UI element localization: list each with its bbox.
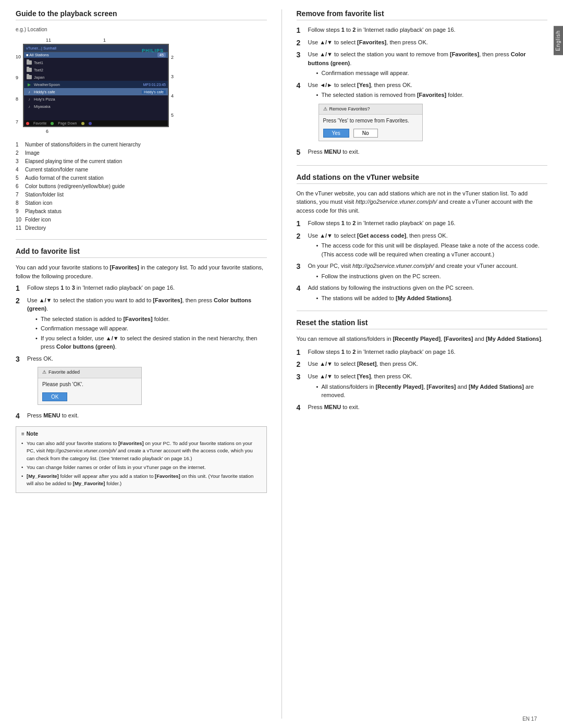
screen-rows: Tset1 Tset2 Japan [24, 58, 168, 111]
reset-title: Reset the station list [297, 318, 548, 329]
warning-icon: ⚠ [42, 369, 46, 376]
dialog-title-text: Favorite added [48, 369, 80, 376]
legend-item-8: 8Station icon [16, 200, 267, 207]
bullet-2-2: Confirmation message will appear. [35, 324, 267, 333]
vtuner-step-2: 2 Use ▲/▼ to select [Get access code], t… [297, 231, 548, 260]
reset-steps: 1 Follow steps 1 to 2 in 'Internet radio… [297, 348, 548, 413]
remove-dialog-body: Press 'Yes' to remove from Favorites. [319, 115, 422, 127]
note-header: ≡ Note [21, 430, 261, 438]
vtuner-label: vTuner...| Sunhall [26, 46, 56, 51]
row-japan: Japan [24, 73, 168, 81]
note-list: You can also add your favorite stations … [21, 440, 261, 488]
legend-item-10: 10Folder icon [16, 216, 267, 224]
remove-bullet-3-1: Confirmation message will appear. [316, 69, 548, 78]
vtuner-step-1: 1 Follow steps 1 to 2 in 'Internet radio… [297, 219, 548, 229]
row-miyasaka: ♪ Miyasaka [24, 103, 168, 110]
dialog-body: Please push 'OK'. [38, 378, 141, 390]
green-dot [51, 122, 54, 125]
row-miyasaka-label: Miyasaka [34, 104, 51, 109]
remove-dialog-title: ⚠ Remove Favorites? [319, 104, 422, 115]
all-stations-label: ■ All Stations [26, 53, 49, 57]
favorite-added-dialog: ⚠ Favorite added Please push 'OK'. OK [38, 367, 142, 405]
screen-diagram: 11 1 10 9 8 7 PHILIPS [16, 38, 193, 134]
callout-6: 6 [46, 129, 48, 134]
reset-step-2: 2 Use ▲/▼ to select [Reset], then press … [297, 360, 548, 370]
divider-r1 [297, 165, 548, 166]
legend-item-9: 9Playback status [16, 208, 267, 215]
row-hiddys-np: Hiddy's cafe [142, 90, 166, 94]
callout-7: 7 [16, 119, 21, 125]
yellow-dot [81, 122, 84, 125]
callout-5: 5 [171, 113, 174, 118]
remove-step-1: 1 Follow steps 1 to 2 in 'Internet radio… [297, 26, 548, 36]
remove-step-2: 2 Use ▲/▼ to select [Favorites], then pr… [297, 38, 548, 48]
row-japan-label: Japan [34, 75, 44, 80]
remove-bullet-4-1: The selected station is removed from [Fa… [316, 91, 548, 100]
callout-11: 11 [46, 38, 51, 43]
dialog-buttons: OK [38, 390, 141, 404]
vtuner-bullet-3-1: Follow the instructions given on the PC … [316, 272, 548, 281]
section2-title: Add to favorite list [16, 247, 267, 258]
reset-bullet-3-1: All stations/folders in [Recently Played… [316, 382, 548, 400]
bullet-2-3: If you select a folder, use ▲/▼ to selec… [35, 334, 267, 351]
no-button[interactable]: No [353, 129, 378, 138]
note-title: Note [27, 430, 38, 438]
row-tset2: Tset2 [24, 66, 168, 73]
reset-step-4: 4 Press MENU to exit. [297, 403, 548, 413]
main-content: Guide to the playback screen e.g.) Locat… [0, 0, 563, 728]
legend-item-11: 11Directory [16, 225, 267, 232]
note-icon: ≡ [21, 430, 25, 438]
legend-item-5: 5Audio format of the current station [16, 175, 267, 182]
remove-step-5: 5 Press MENU to exit. [297, 147, 548, 158]
now-playing-info: MP3 01:23:45 [143, 83, 166, 87]
callout-8: 8 [16, 96, 21, 102]
row-tset1-label: Tset1 [34, 60, 43, 65]
remove-steps: 1 Follow steps 1 to 2 in 'Internet radio… [297, 26, 548, 158]
row-holys-pizza: ♪ Holy's Pizza [24, 95, 168, 103]
reset-step-1: 1 Follow steps 1 to 2 in 'Internet radio… [297, 348, 548, 358]
dialog-title: ⚠ Favorite added [38, 367, 141, 378]
philips-logo: PHILIPS [142, 48, 164, 53]
add-vtuner-title: Add stations on the vTuner website [297, 173, 548, 184]
remove-warning-icon: ⚠ [323, 106, 327, 113]
remove-section-title: Remove from favorite list [297, 9, 548, 20]
vtuner-bullet-4-1: The stations will be added to [My Added … [316, 294, 548, 303]
row-hiddys-cafe: ♪ Hiddy's cafe Hiddy's cafe [24, 88, 168, 95]
note-1: You can also add your favorite stations … [21, 440, 261, 462]
step-2: 2 Use ▲/▼ to select the station you want… [16, 296, 267, 352]
step-3: 3 Press OK. ⚠ Favorite added Please push… [16, 354, 267, 409]
legend-item-1: 1Number of stations/folders in the curre… [16, 141, 267, 149]
legend-item-2: 2Image [16, 150, 267, 157]
blue-dot [89, 122, 92, 125]
page-footer: EN 17 [522, 716, 537, 722]
row-weatherspoon: ▶ WeatherSpoon MP3 01:23:45 [24, 81, 168, 88]
vtuner-step-3: 3 On your PC, visit http://go2service.vt… [297, 262, 548, 281]
add-vtuner-intro: On the vTuner website, you can add stati… [297, 189, 548, 215]
note-box: ≡ Note You can also add your favorite st… [16, 426, 267, 493]
note-3: [My_Favorite] folder will appear after y… [21, 473, 261, 488]
green-label: Page Down [58, 121, 77, 125]
vtuner-step-4: 4 Add stations by following the instruct… [297, 283, 548, 303]
step-1: 1 Follow steps 1 to 3 in 'Internet radio… [16, 283, 267, 294]
divider-1 [16, 239, 267, 240]
ok-button[interactable]: OK [42, 392, 67, 401]
left-column: Guide to the playback screen e.g.) Locat… [16, 9, 282, 719]
legend-list: 1Number of stations/folders in the curre… [16, 141, 267, 232]
section2-intro: You can add your favorite stations to [F… [16, 263, 267, 280]
callout-4: 4 [171, 93, 174, 98]
legend-item-6: 6Color buttons (red/green/yellow/blue) g… [16, 183, 267, 190]
row-weatherspoon-label: WeatherSpoon [34, 82, 60, 87]
yes-button[interactable]: Yes [323, 129, 349, 138]
red-label: Favorite [33, 121, 46, 125]
remove-dialog-buttons: Yes No [319, 127, 422, 141]
step-4: 4 Press MENU to exit. [16, 411, 267, 422]
section1-title: Guide to the playback screen [16, 9, 267, 20]
language-tab: English [554, 26, 563, 55]
callout-1: 1 [103, 38, 106, 43]
remove-favorites-dialog: ⚠ Remove Favorites? Press 'Yes' to remov… [319, 104, 423, 142]
legend-item-4: 4Current station/folder name [16, 166, 267, 174]
remove-step-3: 3 Use ▲/▼ to select the station you want… [297, 50, 548, 79]
add-favorite-steps: 1 Follow steps 1 to 3 in 'Internet radio… [16, 283, 267, 421]
red-dot [26, 122, 29, 125]
screen-bottom-bar: Favorite Page Down [24, 120, 168, 126]
